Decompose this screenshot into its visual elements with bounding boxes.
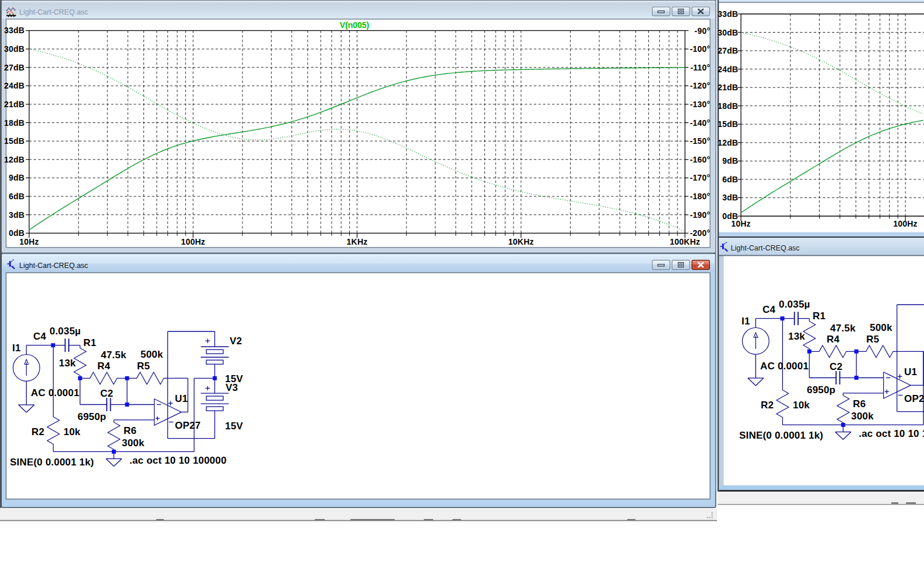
svg-text:9dB: 9dB: [9, 173, 24, 182]
svg-text:18dB: 18dB: [4, 118, 24, 128]
svg-text:30dB: 30dB: [4, 44, 24, 54]
svg-text:12dB: 12dB: [718, 138, 738, 147]
svg-text:18dB: 18dB: [718, 101, 738, 111]
svg-text:-130°: -130°: [690, 100, 710, 109]
svg-text:1KHz: 1KHz: [347, 237, 368, 246]
svg-text:24dB: 24dB: [4, 81, 24, 90]
svg-text:12dB: 12dB: [4, 155, 24, 164]
svg-text:3dB: 3dB: [722, 193, 738, 202]
svg-text:3dB: 3dB: [9, 210, 24, 220]
svg-text:10KHz: 10KHz: [508, 237, 534, 246]
svg-text:V(n005): V(n005): [340, 20, 370, 30]
svg-text:-160°: -160°: [690, 155, 710, 164]
svg-text:-110°: -110°: [690, 63, 710, 72]
svg-text:9dB: 9dB: [722, 156, 738, 165]
svg-text:21dB: 21dB: [718, 83, 738, 92]
svg-text:10Hz: 10Hz: [731, 219, 750, 228]
svg-text:15dB: 15dB: [4, 136, 24, 146]
svg-text:24dB: 24dB: [718, 65, 738, 74]
svg-text:33dB: 33dB: [718, 9, 738, 19]
svg-text:-200°: -200°: [690, 228, 710, 238]
svg-text:100Hz: 100Hz: [181, 237, 205, 246]
svg-text:-170°: -170°: [690, 173, 710, 182]
svg-text:-120°: -120°: [690, 81, 710, 90]
svg-text:-140°: -140°: [690, 118, 710, 128]
svg-text:100KHz: 100KHz: [670, 237, 700, 246]
svg-text:27dB: 27dB: [718, 46, 738, 55]
svg-text:-150°: -150°: [690, 136, 710, 146]
svg-text:0dB: 0dB: [9, 228, 24, 238]
svg-text:-190°: -190°: [690, 210, 710, 220]
svg-text:-90°: -90°: [694, 26, 710, 36]
svg-text:15dB: 15dB: [718, 119, 738, 129]
svg-text:Light-Cart-CREQ.asc: Light-Cart-CREQ.asc: [731, 244, 800, 252]
svg-text:-180°: -180°: [690, 192, 710, 201]
svg-text:10Hz: 10Hz: [19, 237, 38, 246]
svg-text:-100°: -100°: [690, 44, 710, 54]
svg-text:21dB: 21dB: [4, 100, 24, 109]
svg-text:100Hz: 100Hz: [893, 219, 917, 228]
svg-text:30dB: 30dB: [718, 28, 738, 37]
svg-text:Light-Cart-CREQ.asc: Light-Cart-CREQ.asc: [19, 8, 88, 16]
svg-text:6dB: 6dB: [722, 175, 738, 184]
svg-text:33dB: 33dB: [4, 26, 24, 35]
svg-text:27dB: 27dB: [4, 63, 24, 72]
svg-text:6dB: 6dB: [9, 192, 24, 201]
svg-text:Light-Cart-CREQ.asc: Light-Cart-CREQ.asc: [19, 262, 88, 270]
